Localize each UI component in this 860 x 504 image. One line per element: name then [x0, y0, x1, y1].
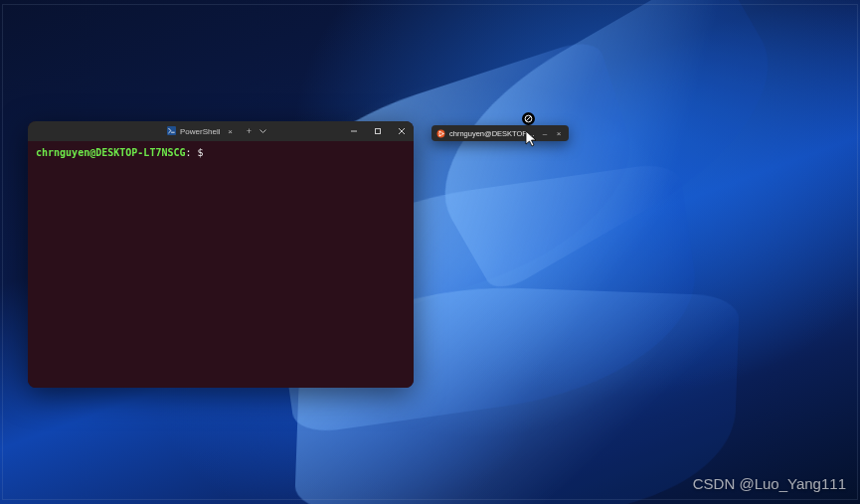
no-drop-badge — [522, 112, 535, 125]
maximize-button[interactable] — [366, 121, 390, 141]
tab-dropdown-button[interactable] — [256, 121, 269, 141]
svg-line-9 — [526, 116, 531, 121]
titlebar[interactable]: PowerShell × + — [28, 121, 414, 141]
watermark: CSDN @Luo_Yang111 — [693, 475, 846, 492]
minimize-button[interactable] — [342, 121, 366, 141]
ubuntu-icon — [436, 129, 445, 138]
prompt-separator: : — [186, 147, 192, 158]
minimize-icon — [350, 127, 358, 135]
tab-label: PowerShell — [180, 127, 220, 136]
tab-powershell[interactable]: PowerShell × — [161, 121, 242, 141]
dragged-tab[interactable]: chrnguyen@DESKTOP-LT7NSCG:~ – × — [431, 125, 569, 141]
dragged-tab-title: chrnguyen@DESKTOP-LT7NSCG:~ — [449, 129, 536, 138]
close-icon — [398, 127, 406, 135]
dragged-tab-minimize[interactable]: – — [540, 129, 550, 138]
window-controls — [342, 121, 414, 141]
prompt-symbol: $ — [198, 147, 204, 158]
maximize-icon — [374, 127, 382, 135]
svg-rect-2 — [376, 129, 381, 134]
new-tab-button[interactable]: + — [242, 121, 256, 141]
svg-point-6 — [439, 130, 440, 131]
powershell-icon — [167, 126, 176, 137]
terminal-body[interactable]: chrnguyen@DESKTOP-LT7NSCG: $ — [28, 141, 414, 388]
prompt-user-host: chrnguyen@DESKTOP-LT7NSCG — [36, 147, 186, 158]
chevron-down-icon — [259, 129, 266, 134]
no-drop-icon — [524, 114, 533, 123]
tab-close-button[interactable]: × — [224, 125, 236, 137]
dragged-tab-close[interactable]: × — [554, 129, 564, 138]
svg-point-7 — [439, 134, 440, 135]
terminal-window[interactable]: PowerShell × + chrnguyen@DESKTOP-LT7NSCG… — [28, 121, 414, 388]
close-button[interactable] — [390, 121, 414, 141]
svg-point-5 — [442, 132, 443, 133]
